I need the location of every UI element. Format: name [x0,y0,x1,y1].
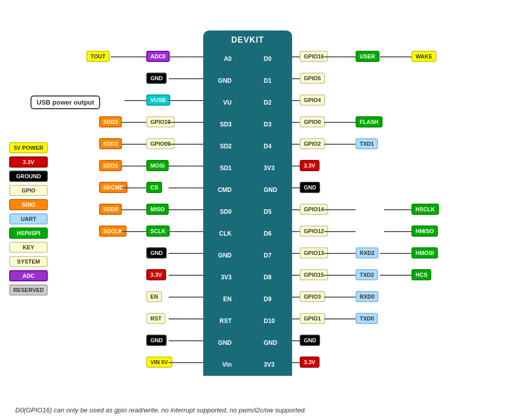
badge-gpio2: GPIO2 [300,138,325,149]
connector-line-right-ext [384,209,411,210]
badge-vusb: VUSB [146,94,170,106]
connector-line-left [169,78,203,79]
chip-row: CMDGND [203,179,292,201]
chip-pin-left: CMD [208,186,234,193]
usb-power-label: USB power output [30,95,100,109]
badge-rxd0: RXD0 [356,291,378,302]
badge-3.3v: 3.3V [300,357,320,368]
badge-gnd: GND [300,335,320,346]
legend-item-ground: GROUND [9,171,48,182]
badge-gnd: GND [300,182,320,193]
badge-gpio0: GPIO0 [300,116,325,127]
badge-gnd: GND [146,335,167,346]
legend-item-adc: ADC [9,270,48,281]
connector-line-right [292,122,300,123]
chip-pin-right: D6 [262,230,287,237]
connector-line-right-ext [324,144,356,145]
badge-sclk: SCLK [146,225,170,237]
connector-line-right [292,78,300,79]
connector-line-right-ext [380,56,411,57]
badge-txd1: TXD1 [356,138,378,149]
badge-user: USER [356,51,379,62]
connector-line-left [169,122,203,123]
badge-hmiso: HMISO [411,225,438,237]
badge-txd2: TXD2 [356,269,378,280]
legend-item-uart: UART [9,213,48,224]
badge-adc0: ADC0 [146,51,170,62]
chip-pin-left: GND [208,252,234,259]
badge-wake: WAKE [411,51,436,62]
chip-title: DEVKIT [231,30,264,48]
chip-pin-left: SD2 [208,143,234,150]
connector-line-right [292,318,300,319]
chip-pin-right: 3V3 [262,361,287,368]
connector-line-right-ext [324,122,356,123]
chip-pin-left: 3V3 [208,274,234,281]
chip-row: VUD2 [203,91,292,113]
connector-line-right-ext [380,253,411,254]
chip-row: END9 [203,288,292,310]
chip: DEVKIT A0D0GNDD1VUD2SD3D3SD2D4SD13V3CMDG… [203,30,292,376]
connector-line-right-ext [324,209,356,210]
connector-line-right [292,231,300,232]
badge-mosi: MOSI [146,160,169,171]
badge-flash: FLASH [356,116,383,127]
connector-line-left [169,144,203,145]
connector-line-mid [122,122,146,123]
chip-row: SD2D4 [203,135,292,157]
connector-line-right [292,144,300,145]
chip-pin-right: D9 [262,296,287,303]
badge-hmosi: HMOSI [411,247,438,259]
connector-line-right-ext [324,231,356,232]
connector-line-left [169,56,203,57]
legend-item-5v-power: 5V POWER [9,142,48,153]
legend-item-system: SYSTEM [9,256,48,267]
chip-row: GNDGND [203,332,292,354]
badge-hcs: HCS [411,269,431,280]
chip-pin-left: EN [208,296,234,303]
connector-line-right-ext [324,56,356,57]
badge-sdd0: SDD0 [99,204,122,215]
chip-pin-right: D10 [262,317,287,325]
legend-item-sdio: SDIO [9,199,48,210]
badge-gpio4: GPIO4 [300,94,325,106]
connector-line-right [292,187,300,188]
chip-pin-right: D5 [262,208,287,215]
connector-line-right [292,56,300,57]
chip-pin-left: RST [208,317,234,325]
badge-cs: CS [146,182,162,193]
legend: 5V POWER3.3VGROUNDGPIOSDIOUARTHSPI/SPIKE… [9,142,48,296]
connector-line-right [292,340,300,341]
chip-row: A0D0 [203,48,292,70]
connector-line-right [292,209,300,210]
badge-sdd1: SDD1 [99,160,122,171]
chip-pin-left: A0 [208,55,234,62]
connector-line-mid [122,144,146,145]
footnote: D0(GPIO16) can only be used as gpio read… [15,406,306,414]
connector-line-left [169,318,203,319]
connector-line-left [169,166,203,167]
connector-line-left [169,100,203,101]
chip-pin-left: SD1 [208,165,234,172]
connector-line-left [169,340,203,341]
badge-rxd2: RXD2 [356,247,378,259]
badge-3.3v: 3.3V [300,160,320,171]
badge-gnd: GND [146,73,167,84]
chip-pin-right: D1 [262,77,287,84]
chip-pin-right: GND [262,339,287,346]
legend-item-hspi/spi: HSPI/SPI [9,228,48,239]
connector-line-left [169,297,203,298]
connector-line-right [292,362,300,363]
connector-line-left [169,231,203,232]
legend-item-gpio: GPIO [9,185,48,196]
connector-line-left [169,362,203,363]
connector-line-right [292,297,300,298]
badge-gpio3: GPIO3 [300,291,325,302]
chip-pin-right: D7 [262,252,287,259]
connector-line-right-ext [324,275,356,276]
connector-line-mid [122,187,146,188]
connector-line-right-ext [324,318,356,319]
connector-line-mid [122,166,146,167]
connector-line-right-ext [384,231,411,232]
chip-row: 3V3D8 [203,267,292,288]
